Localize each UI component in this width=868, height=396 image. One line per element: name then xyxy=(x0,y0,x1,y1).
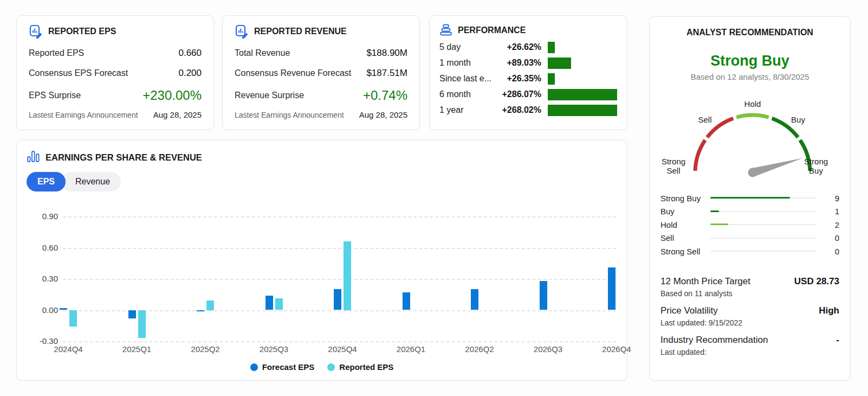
period-label: Since last e... xyxy=(439,74,491,84)
count-row-buy: Buy 1 xyxy=(660,205,839,219)
bar-reported-eps-2025Q2[interactable] xyxy=(206,301,214,310)
count-label: Buy xyxy=(660,207,710,216)
reported-revenue-header: REPORTED REVENUE xyxy=(235,24,407,39)
row-value: 0.660 xyxy=(178,48,202,59)
count-row-strong-buy: Strong Buy 9 xyxy=(660,191,839,205)
period-change: +286.07% xyxy=(491,90,541,99)
price-volatility-stat: Price Volatility High Last updated: 9/15… xyxy=(660,305,839,327)
x-axis-tick: 2025Q1 xyxy=(113,344,161,354)
gauge-needle-hub xyxy=(748,168,757,177)
gauge-segment-strong-sell xyxy=(695,140,705,171)
row-value: $187.51M xyxy=(366,68,407,79)
bar-forecast-eps-2025Q2[interactable] xyxy=(197,310,204,312)
performance-bar xyxy=(548,58,571,69)
forecast-eps-dot xyxy=(250,363,258,371)
row-label: Consensus Revenue Forecast xyxy=(235,68,351,78)
bar-forecast-eps-2025Q1[interactable] xyxy=(128,310,136,318)
revenue-surprise-row: Revenue Surprise +0.74% xyxy=(235,88,407,103)
bar-forecast-eps-2026Q3[interactable] xyxy=(540,281,547,310)
row-value: $188.90M xyxy=(366,48,407,59)
eps-toggle-button[interactable]: EPS xyxy=(27,172,66,191)
reported-eps-header: REPORTED EPS xyxy=(29,24,202,39)
volatility-value: High xyxy=(819,305,839,316)
gridline xyxy=(63,310,617,311)
layers-icon xyxy=(439,23,452,37)
performance-bar xyxy=(548,42,555,53)
eps-surprise-row: EPS Surprise +230.00% xyxy=(29,88,202,103)
eps-surprise-value: +230.00% xyxy=(142,88,202,103)
count-track xyxy=(710,211,817,212)
gridline xyxy=(63,248,617,249)
count-track xyxy=(710,224,817,225)
perf-row-1month: 1 month +89.03% xyxy=(439,57,617,69)
row-label: Revenue Surprise xyxy=(235,91,304,100)
analyst-recommendation-card: ANALYST RECOMMENDATION Strong Buy Based … xyxy=(649,16,851,381)
earnings-announcement-row: Lastest Earnings Announcement Aug 28, 20… xyxy=(235,110,407,119)
row-label: EPS Surprise xyxy=(29,91,81,100)
card-title: REPORTED REVENUE xyxy=(254,27,347,36)
period-label: 1 month xyxy=(439,58,491,68)
perf-row-6month: 6 month +286.07% xyxy=(439,88,617,100)
legend-label: Forecast EPS xyxy=(262,362,315,372)
gauge-label-buy: Buy xyxy=(781,115,815,124)
period-label: 5 day xyxy=(439,42,491,52)
total-revenue-row: Total Revenue $188.90M xyxy=(235,48,407,59)
legend-forecast-eps[interactable]: Forecast EPS xyxy=(250,362,315,372)
y-axis-tick: 0.00 xyxy=(33,305,58,315)
count-track xyxy=(710,238,817,239)
bar-forecast-eps-2026Q1[interactable] xyxy=(403,292,410,310)
count-bar xyxy=(710,223,728,225)
earnings-announcement-row: Lastest Earnings Announcement Aug 28, 20… xyxy=(29,110,202,119)
revenue-toggle-button[interactable]: Revenue xyxy=(61,172,121,191)
recommendation-value: Strong Buy xyxy=(650,53,850,69)
period-change: +89.03% xyxy=(491,58,541,68)
reported-eps-row: Reported EPS 0.660 xyxy=(29,48,202,59)
bar-reported-eps-2025Q3[interactable] xyxy=(275,298,283,310)
bar-reported-eps-2025Q4[interactable] xyxy=(344,241,351,310)
row-label: Reported EPS xyxy=(29,48,84,58)
count-row-strong-sell: Strong Sell 0 xyxy=(660,245,839,258)
period-label: 1 year xyxy=(439,105,491,115)
x-axis-tick: 2026Q2 xyxy=(455,344,504,354)
bar-forecast-eps-2024Q4[interactable] xyxy=(60,308,67,310)
count-bar xyxy=(710,197,790,199)
price-target-value: USD 28.73 xyxy=(794,276,839,287)
count-track xyxy=(710,197,817,199)
stock-analysis-dashboard: REPORTED EPS Reported EPS 0.660 Consensu… xyxy=(0,0,868,396)
bar-forecast-eps-2026Q4[interactable] xyxy=(608,267,616,310)
gauge-needle xyxy=(752,158,802,177)
card-title: REPORTED EPS xyxy=(48,27,116,36)
bar-forecast-eps-2025Q3[interactable] xyxy=(265,296,273,310)
bar-forecast-eps-2026Q2[interactable] xyxy=(471,289,478,310)
gauge-label-strong-buy: Strong Buy xyxy=(799,157,833,176)
y-axis-tick: 0.60 xyxy=(33,243,58,252)
legend-reported-eps[interactable]: Reported EPS xyxy=(327,362,393,372)
row-value: Aug 28, 2025 xyxy=(359,110,407,119)
count-label: Sell xyxy=(660,233,710,242)
bar-reported-eps-2024Q4[interactable] xyxy=(69,310,77,327)
performance-card: PERFORMANCE 5 day +26.62% 1 month +89.03… xyxy=(429,15,627,130)
gauge-label-sell: Sell xyxy=(688,115,722,124)
x-axis-tick: 2026Q4 xyxy=(592,344,641,354)
chart-legend: Forecast EPS Reported EPS xyxy=(17,362,627,372)
count-row-sell: Sell 0 xyxy=(660,232,839,245)
period-label: 6 month xyxy=(439,90,491,99)
x-axis-tick: 2025Q2 xyxy=(181,344,230,354)
count-value: 2 xyxy=(825,220,839,229)
row-label: Consensus EPS Forecast xyxy=(29,68,128,78)
gridline xyxy=(63,279,617,280)
reported-revenue-card: REPORTED REVENUE Total Revenue $188.90M … xyxy=(222,15,420,130)
industry-recommendation-value: - xyxy=(836,335,839,346)
gridline xyxy=(63,341,617,342)
stat-subtext: Last updated: xyxy=(660,348,839,356)
bar-reported-eps-2025Q1[interactable] xyxy=(138,310,146,338)
recommendation-subtitle: Based on 12 analysts, 8/30/2025 xyxy=(650,72,850,81)
count-value: 0 xyxy=(825,247,839,256)
y-axis-tick: 0.30 xyxy=(33,274,58,283)
chart-title: EARNINGS PER SHARE & REVENUE xyxy=(46,152,202,163)
bar-forecast-eps-2025Q4[interactable] xyxy=(334,289,341,310)
recommendation-gauge: Strong Sell Sell Hold Buy Strong Buy xyxy=(652,93,849,185)
row-label: Lastest Earnings Announcement xyxy=(235,111,344,119)
stat-label: Industry Recommendation xyxy=(660,335,768,346)
perf-row-5day: 5 day +26.62% xyxy=(439,41,617,53)
